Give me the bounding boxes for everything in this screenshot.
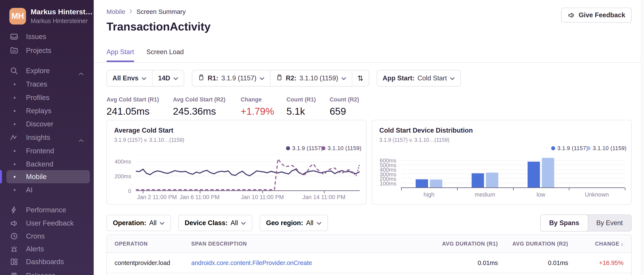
sidebar-item-discover[interactable]: Discover (0, 117, 94, 131)
sidebar-item-projects[interactable]: Projects (0, 44, 94, 57)
avg-cold-start-card: Average Cold Start 3.1.9 (1157) v. 3.1.1… (106, 120, 366, 205)
chevron-down-icon (241, 219, 246, 227)
date-range-filter[interactable]: 14D (152, 70, 184, 86)
lightning-icon (10, 206, 18, 214)
x-category-label: medium (475, 191, 495, 198)
legend-dot-icon (286, 146, 290, 150)
dashboards-icon (10, 257, 18, 266)
bullet-icon (14, 176, 16, 178)
span-description-link[interactable]: androidx.core.content.FileProvider.onCre… (191, 259, 430, 266)
bullet-icon (14, 163, 16, 165)
x-category-label: Unknown (585, 191, 609, 198)
operation-filter[interactable]: Operation: All (106, 215, 171, 231)
col-operation: OPERATION (107, 241, 191, 247)
search-icon (10, 67, 18, 75)
swap-releases-button[interactable]: ⇅ (352, 70, 369, 86)
bullet-icon (14, 110, 16, 112)
metric-avg-cold-start-r1: Avg Cold Start (R1) 241.05ms (106, 96, 173, 117)
clock-icon (10, 232, 18, 240)
breadcrumb: Mobile Screen Summary (106, 8, 186, 15)
geo-region-filter[interactable]: Geo region: All (260, 215, 328, 231)
bar-chart-plot (401, 156, 625, 188)
bullet-icon (14, 97, 16, 99)
axis-tick (513, 188, 514, 190)
by-spans-toggle[interactable]: By Spans (540, 214, 588, 231)
chevron-down-icon (341, 74, 346, 82)
app-start-type-filter[interactable]: App Start: Cold Start (377, 70, 461, 86)
axis-tick (401, 188, 402, 190)
col-change[interactable]: CHANGE↓ (568, 241, 631, 247)
megaphone-icon (568, 11, 575, 19)
sidebar-item-replays[interactable]: Replays (0, 104, 94, 117)
legend-item[interactable]: 3.1.10 (1159) (321, 145, 361, 152)
sidebar-item-backend[interactable]: Backend (0, 158, 94, 171)
release-1-filter[interactable]: R1: 3.1.9 (1157) (192, 70, 270, 86)
legend-dot-icon (551, 146, 555, 150)
y-axis-labels: 600ms500ms400ms300ms200ms100ms (379, 152, 398, 204)
chevron-right-icon (129, 8, 132, 15)
sidebar-item-frontend[interactable]: Frontend (0, 144, 94, 158)
table-row[interactable]: contentprovider.load androidx.core.conte… (107, 253, 631, 273)
environment-filter[interactable]: All Envs (107, 70, 152, 86)
y-tick-label: 200ms (114, 173, 131, 180)
bullet-icon (14, 83, 16, 85)
axis-tick (143, 191, 143, 193)
axis-tick (625, 188, 626, 190)
tabs-divider (94, 62, 641, 63)
x-tick-label: Jan 14 11:00 PM (302, 194, 346, 201)
table-header: OPERATION SPAN DESCRIPTION AVG DURATION … (107, 235, 631, 253)
sidebar: MH Markus Hinterst… Markus Hintersteiner… (0, 0, 94, 275)
x-axis-labels: Jan 2 11:00 PMJan 6 11:00 PMJan 10 11:00… (136, 194, 360, 202)
col-avg-duration-r1[interactable]: AVG DURATION (R1) (430, 241, 498, 247)
x-category-label: low (537, 191, 546, 198)
avatar: MH (9, 8, 26, 25)
release-2-filter[interactable]: R2: 3.1.10 (1159) (270, 70, 352, 86)
sidebar-item-traces[interactable]: Traces (0, 78, 94, 91)
user-menu[interactable]: MH Markus Hinterst… Markus Hintersteiner (9, 8, 93, 25)
axis-tick (569, 188, 570, 190)
chart-subtitle: 3.1.9 (1157) v. 3.1.10…(1159) (114, 137, 359, 143)
sidebar-item-releases[interactable]: Releases (0, 269, 94, 275)
device-class-filter[interactable]: Device Class: All (178, 215, 252, 231)
legend-dot-icon (586, 146, 590, 150)
tab-app-start[interactable]: App Start (106, 48, 134, 61)
sidebar-item-explore[interactable]: Explore (0, 64, 94, 77)
tab-screen-load[interactable]: Screen Load (146, 48, 184, 61)
x-axis-labels: highmediumlowUnknown (401, 191, 625, 200)
chart-legend: 3.1.9 (1157)3.1.10 (1159) (551, 145, 626, 152)
chevron-down-icon (260, 74, 264, 82)
give-feedback-button[interactable]: Give Feedback (561, 8, 632, 23)
legend-item[interactable]: 3.1.10 (1159) (586, 145, 626, 152)
legend-item[interactable]: 3.1.9 (1157) (551, 145, 588, 152)
sidebar-item-issues[interactable]: Issues (0, 30, 94, 43)
inbox-icon (10, 32, 18, 41)
device-distribution-card: Cold Start Device Distribution 3.1.9 (11… (372, 120, 632, 205)
user-subtitle: Markus Hintersteiner (31, 18, 93, 25)
releases-icon (10, 271, 18, 275)
release-package-icon (198, 74, 205, 83)
breadcrumb-current: Screen Summary (136, 8, 186, 15)
breadcrumb-parent[interactable]: Mobile (106, 8, 125, 15)
avg-r1-cell: 0.01ms (430, 259, 498, 266)
legend-item[interactable]: 3.1.9 (1157) (286, 145, 323, 152)
sidebar-item-user-feedback[interactable]: User Feedback (0, 217, 94, 230)
line-chart-plot (136, 154, 360, 191)
sidebar-item-performance[interactable]: Performance (0, 203, 94, 217)
col-avg-duration-r2[interactable]: AVG DURATION (R2) (498, 241, 568, 247)
filter-row: All Envs 14D R1: 3.1.9 (1157) R2: 3.1.10… (106, 70, 461, 87)
folder-code-icon (10, 46, 18, 55)
sidebar-item-profiles[interactable]: Profiles (0, 91, 94, 104)
chevron-down-icon (450, 74, 455, 82)
sidebar-item-alerts[interactable]: Alerts (0, 242, 94, 255)
chart-legend: 3.1.9 (1157)3.1.10 (1159) (286, 145, 361, 152)
avg-r2-cell: 0.01ms (498, 259, 568, 266)
chevron-down-icon (142, 74, 146, 82)
metric-change: Change +1.79% (241, 96, 286, 117)
by-event-toggle[interactable]: By Event (588, 215, 631, 231)
scrollbar[interactable] (641, 0, 644, 275)
sidebar-item-ai[interactable]: AI (0, 183, 94, 196)
sidebar-item-crons[interactable]: Crons (0, 230, 94, 243)
sidebar-item-mobile[interactable]: Mobile (0, 170, 94, 183)
sidebar-item-dashboards[interactable]: Dashboards (0, 255, 94, 268)
sidebar-item-insights[interactable]: Insights (0, 131, 94, 144)
